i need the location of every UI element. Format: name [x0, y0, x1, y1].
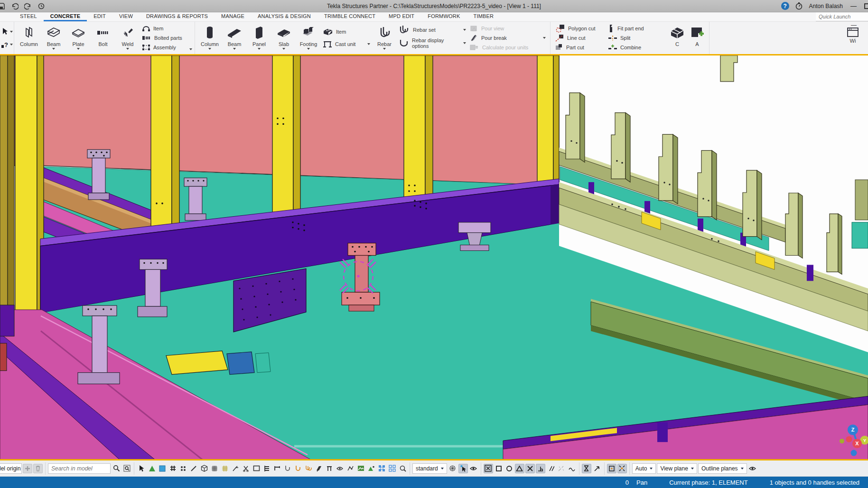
help-icon[interactable]: ?: [781, 2, 789, 10]
fit-part-end-button[interactable]: Fit part end: [608, 24, 665, 33]
rebar-display-options-button[interactable]: Rebar display options: [399, 36, 466, 50]
rebar-set-button[interactable]: Rebar set: [399, 26, 466, 35]
model-search[interactable]: [48, 463, 111, 474]
select-points-icon[interactable]: [178, 464, 188, 473]
model-view[interactable]: Y Z X: [0, 55, 868, 459]
steel-beam-button[interactable]: Beam: [41, 23, 66, 53]
selection-filter-combo[interactable]: standard: [412, 463, 447, 474]
split-button[interactable]: Split: [608, 34, 665, 43]
restore-button[interactable]: [864, 3, 868, 9]
tab-manage[interactable]: MANAGE: [215, 12, 251, 21]
select-parts-icon[interactable]: [147, 464, 157, 473]
delete-button[interactable]: [33, 464, 43, 473]
save-icon[interactable]: [0, 2, 6, 10]
planes-visibility-eye-icon[interactable]: [748, 464, 757, 473]
model-viewport[interactable]: Y Z X: [0, 55, 868, 460]
snap-perpendicular-icon[interactable]: [536, 464, 545, 473]
model-clip[interactable]: [807, 265, 813, 281]
snap-intersections-icon[interactable]: [525, 464, 535, 473]
select-planes-icon[interactable]: [262, 464, 271, 473]
line-cut-button[interactable]: Line cut: [555, 34, 604, 43]
select-rebar-set-icon[interactable]: [304, 464, 313, 473]
steel-weld-button[interactable]: Weld: [115, 23, 140, 53]
undo-icon[interactable]: [10, 2, 19, 10]
select-views-icon[interactable]: [252, 464, 261, 473]
model-right-edge-teal[interactable]: [852, 222, 868, 249]
snap-free-icon[interactable]: [592, 464, 602, 473]
select-assemblies-icon[interactable]: [377, 464, 386, 473]
model-right-edge-olive[interactable]: [855, 180, 868, 220]
filter-wheel-icon[interactable]: [448, 464, 457, 473]
tab-mpd-edit[interactable]: MPD EDIT: [382, 12, 421, 21]
steel-column-button[interactable]: Column: [17, 23, 41, 53]
redo-icon[interactable]: [24, 2, 32, 10]
snap-depth-combo[interactable]: Auto: [632, 463, 656, 474]
calculate-pour-units-button[interactable]: Calculate pour units: [470, 43, 546, 52]
steel-plate-button[interactable]: Plate: [66, 23, 91, 53]
quick-launch[interactable]: [816, 12, 868, 21]
select-rebar-icon[interactable]: [283, 464, 292, 473]
pour-break-button[interactable]: Pour break: [470, 34, 546, 43]
tab-steel[interactable]: STEEL: [13, 12, 44, 21]
snap-parallel-icon[interactable]: [546, 464, 556, 473]
add-button[interactable]: [23, 464, 32, 473]
tab-analysis-design[interactable]: ANALYSIS & DESIGN: [251, 12, 317, 21]
concrete-column-button[interactable]: Column: [197, 23, 222, 53]
select-grid-icon[interactable]: [168, 464, 177, 473]
tab-view[interactable]: VIEW: [112, 12, 140, 21]
concrete-beam-button[interactable]: Beam: [222, 23, 247, 53]
minimize-button[interactable]: —: [849, 2, 859, 9]
select-surfaces-icon[interactable]: [158, 464, 167, 473]
steel-group-more[interactable]: [189, 23, 192, 53]
outline-planes-combo[interactable]: Outline planes: [698, 463, 747, 474]
snap-reference-icon[interactable]: [582, 464, 591, 473]
search-window-icon[interactable]: [122, 464, 131, 473]
snap-override-plane-icon[interactable]: [607, 464, 616, 473]
user-name[interactable]: Anton Balash: [809, 3, 843, 9]
select-locked-objects-icon[interactable]: [398, 464, 407, 473]
snap-extensions-icon[interactable]: [557, 464, 566, 473]
select-cuts-icon[interactable]: [241, 464, 251, 473]
select-cursor-icon[interactable]: [137, 464, 146, 473]
model-edge-column[interactable]: [0, 55, 14, 312]
select-components-icon[interactable]: [356, 464, 365, 473]
select-distances-icon[interactable]: [272, 464, 282, 473]
stopwatch-icon[interactable]: [795, 2, 803, 10]
concrete-footing-button[interactable]: Footing: [296, 23, 321, 53]
model-origin-combo[interactable]: del origin: [0, 463, 22, 474]
cut-part-button[interactable]: C: [667, 23, 688, 53]
steel-item-button[interactable]: Item: [142, 24, 187, 33]
model-left-purple-block[interactable]: [0, 305, 14, 336]
select-lines-icon[interactable]: [189, 464, 198, 473]
select-gridlines-icon[interactable]: [220, 464, 230, 473]
window-button[interactable]: Wi: [847, 27, 859, 44]
part-cut-button[interactable]: Part cut: [555, 43, 604, 52]
tab-timber[interactable]: TIMBER: [467, 12, 500, 21]
rebar-button[interactable]: Rebar: [372, 23, 397, 53]
steel-bolted-parts-button[interactable]: Bolted parts: [142, 34, 187, 43]
steel-bolt-button[interactable]: Bolt: [91, 23, 115, 53]
smart-select-icon[interactable]: [458, 464, 468, 473]
steel-assembly-button[interactable]: Assembly: [142, 43, 187, 52]
combine-button[interactable]: Combine: [608, 43, 665, 52]
pour-view-button[interactable]: Pour view: [470, 24, 546, 33]
snap-endpoints-icon[interactable]: [494, 464, 504, 473]
tab-edit[interactable]: EDIT: [87, 12, 112, 21]
concrete-cast-unit-button[interactable]: Cast unit: [323, 40, 370, 49]
polygon-cut-button[interactable]: Polygon cut: [555, 24, 604, 33]
tab-concrete[interactable]: CONCRETE: [44, 12, 87, 21]
concrete-panel-button[interactable]: Panel: [247, 23, 271, 53]
ribbon-collapse-button[interactable]: —: [851, 22, 857, 28]
snap-override-depth-icon[interactable]: [617, 464, 627, 473]
snap-nearest-icon[interactable]: [567, 464, 577, 473]
quick-launch-input[interactable]: [819, 14, 865, 19]
snap-midpoints-icon[interactable]: [515, 464, 524, 473]
model-left-red-block[interactable]: [0, 343, 7, 371]
snap-center-icon[interactable]: [504, 464, 514, 473]
select-solids-icon[interactable]: [199, 464, 209, 473]
model-search-input[interactable]: [51, 465, 107, 472]
tab-drawings-reports[interactable]: DRAWINGS & REPORTS: [140, 12, 215, 21]
tab-formwork[interactable]: FORMWORK: [421, 12, 467, 21]
concrete-item-button[interactable]: Item: [323, 27, 370, 36]
search-icon[interactable]: [112, 464, 121, 473]
